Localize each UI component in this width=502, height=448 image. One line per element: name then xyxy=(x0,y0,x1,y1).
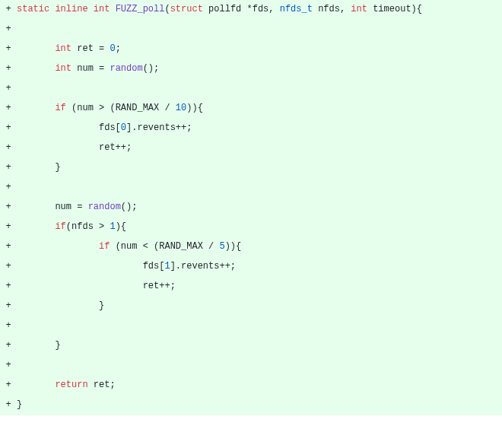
code-content: int num = random(); xyxy=(17,62,502,75)
diff-line: + if (num > (RAND_MAX / 10)){ xyxy=(0,99,502,119)
diff-marker: + xyxy=(0,43,17,56)
diff-marker: + xyxy=(0,359,17,372)
diff-marker: + xyxy=(0,3,17,16)
diff-marker: + xyxy=(0,201,17,214)
diff-line: + ret++; xyxy=(0,138,502,158)
diff-marker: + xyxy=(0,82,17,95)
diff-marker: + xyxy=(0,379,17,392)
code-content: fds[0].revents++; xyxy=(17,122,502,135)
code-content xyxy=(17,23,502,36)
diff-line: + return ret; xyxy=(0,376,502,396)
diff-line: + int num = random(); xyxy=(0,59,502,79)
code-content: num = random(); xyxy=(17,201,502,214)
diff-line: + xyxy=(0,316,502,336)
diff-line: + fds[0].revents++; xyxy=(0,119,502,138)
diff-marker: + xyxy=(0,319,17,332)
diff-line: + if(nfds > 1){ xyxy=(0,218,502,237)
diff-line: + } xyxy=(0,158,502,178)
diff-line: +static inline int FUZZ_poll(struct poll… xyxy=(0,0,502,20)
diff-line: + xyxy=(0,178,502,198)
diff-line: + xyxy=(0,356,502,376)
diff-marker: + xyxy=(0,221,17,234)
diff-line: +} xyxy=(0,396,502,415)
diff-marker: + xyxy=(0,280,17,293)
code-content: if (num < (RAND_MAX / 5)){ xyxy=(17,240,502,253)
code-content xyxy=(17,319,502,332)
code-content xyxy=(17,82,502,95)
diff-marker: + xyxy=(0,399,17,411)
diff-line: + if (num < (RAND_MAX / 5)){ xyxy=(0,237,502,257)
diff-line: + num = random(); xyxy=(0,198,502,218)
diff-marker: + xyxy=(0,102,17,115)
code-content: return ret; xyxy=(17,379,502,392)
diff-marker: + xyxy=(0,339,17,352)
code-content: } xyxy=(17,339,502,352)
code-content: } xyxy=(17,161,502,174)
diff-line: + xyxy=(0,79,502,99)
diff-line: + } xyxy=(0,336,502,356)
diff-marker: + xyxy=(0,23,17,36)
diff-line: + fds[1].revents++; xyxy=(0,257,502,277)
diff-marker: + xyxy=(0,240,17,253)
code-content: } xyxy=(17,300,502,313)
diff-marker: + xyxy=(0,300,17,313)
code-content: if(nfds > 1){ xyxy=(17,221,502,234)
code-content xyxy=(17,181,502,194)
code-content: } xyxy=(17,399,502,411)
diff-marker: + xyxy=(0,181,17,194)
code-content: int ret = 0; xyxy=(17,43,502,56)
code-content: ret++; xyxy=(17,280,502,293)
diff-view: +static inline int FUZZ_poll(struct poll… xyxy=(0,0,502,415)
code-content: fds[1].revents++; xyxy=(17,260,502,273)
diff-marker: + xyxy=(0,62,17,75)
diff-line: + ret++; xyxy=(0,277,502,297)
code-content: ret++; xyxy=(17,141,502,154)
code-content: if (num > (RAND_MAX / 10)){ xyxy=(17,102,502,115)
diff-line: + } xyxy=(0,297,502,316)
code-content: static inline int FUZZ_poll(struct pollf… xyxy=(17,3,502,16)
diff-marker: + xyxy=(0,141,17,154)
diff-line: + int ret = 0; xyxy=(0,40,502,59)
diff-line: + xyxy=(0,20,502,40)
diff-marker: + xyxy=(0,161,17,174)
diff-marker: + xyxy=(0,122,17,135)
code-content xyxy=(17,359,502,372)
diff-marker: + xyxy=(0,260,17,273)
